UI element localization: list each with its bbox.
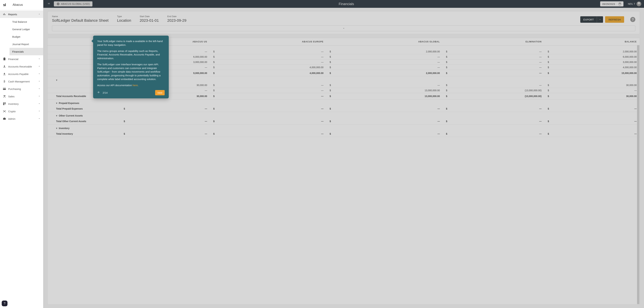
table-cell (326, 99, 443, 106)
entity-selector[interactable]: ABACUS GLOBAL (USD) (54, 1, 92, 6)
row-label: Total Inventory (48, 131, 121, 137)
tour-paragraph: Your SoftLedger menu is made a available… (97, 39, 165, 47)
table-cell: $— (443, 70, 544, 76)
entity-label: ABACUS GLOBAL (USD) (61, 2, 90, 5)
sidebar-item-accounts-receivable[interactable]: Accounts Receivable (0, 63, 43, 70)
sidebar-item-crypto[interactable]: Crypto (0, 108, 43, 115)
table-cell: $— (210, 49, 326, 54)
refresh-button[interactable]: REFRESH (605, 16, 624, 23)
table-cell (121, 125, 210, 131)
chevron-down-icon (38, 73, 40, 75)
row-label[interactable]: ▾Inventory (48, 125, 121, 131)
arrow-left-icon (97, 91, 100, 94)
tour-api-link[interactable]: here (132, 84, 138, 87)
table-cell (326, 76, 443, 83)
collapse-sidebar-button[interactable] (46, 2, 52, 6)
export-button[interactable]: EXPORT (580, 16, 603, 23)
sidebar-item-admin[interactable]: Admin (0, 115, 43, 123)
upload-icon (3, 72, 8, 76)
sidebar-item-label: Reports (8, 13, 38, 16)
tour-step-counter: 2/14 (103, 91, 108, 95)
table-cell: $30,000.00 (544, 83, 640, 88)
chevron-down-icon (38, 58, 40, 61)
table-cell (326, 45, 443, 49)
table-cell (210, 76, 326, 83)
sidebar-item-financials[interactable]: Financials (10, 48, 43, 55)
chevron-down-icon (38, 95, 40, 98)
chevron-down-icon (38, 110, 40, 113)
tour-paragraph: Access our API documentation here. (97, 83, 165, 87)
date-picker[interactable]: 09/29/2023 (600, 1, 624, 6)
scrollbar[interactable] (637, 45, 640, 304)
table-cell: $— (210, 118, 326, 125)
table-cell (326, 112, 443, 118)
sidebar-item-accounts-payable[interactable]: Accounts Payable (0, 70, 43, 78)
filter-expander[interactable] (52, 25, 635, 31)
table-cell: $— (326, 131, 443, 137)
tour-back-button[interactable] (97, 91, 100, 95)
table-cell (443, 99, 544, 106)
brand-logo: sl (3, 3, 6, 7)
sidebar-item-financial[interactable]: Financial (0, 55, 43, 63)
sidebar-item-reports[interactable]: Reports (0, 10, 43, 18)
dollar-icon (3, 80, 8, 83)
table-cell (544, 125, 640, 131)
tour-paragraph: The menu groups areas of capability such… (97, 49, 165, 60)
svg-point-2 (5, 110, 6, 111)
table-cell: $— (326, 54, 443, 60)
chevron-down-icon: ▾ (56, 127, 58, 130)
row-label: Total Prepaid Expenses (48, 106, 121, 112)
table-cell: $— (326, 83, 443, 88)
help-button[interactable]: ? (630, 17, 635, 22)
row-label: Total Other Current Assets (48, 118, 121, 125)
sidebar-item-budget[interactable]: Budget (10, 33, 43, 40)
table-cell: $4,000,000.00 (210, 70, 326, 76)
sidebar-item-journal-report[interactable]: Journal Report (10, 40, 43, 48)
export-dropdown-toggle[interactable] (597, 16, 603, 23)
row-label[interactable]: ▾Other Current Assets (48, 112, 121, 118)
table-cell: $— (544, 106, 640, 112)
sidebar-item-inventory[interactable]: Inventory (0, 100, 43, 108)
avatar (636, 1, 641, 6)
table-cell: $— (210, 106, 326, 112)
table-cell: $— (544, 118, 640, 125)
table-cell: $— (443, 106, 544, 112)
table-cell: $— (544, 88, 640, 93)
table-cell: $— (210, 131, 326, 137)
chevron-down-icon (38, 117, 40, 120)
svg-point-3 (3, 112, 4, 112)
col-abacus-europe: ABACUS EUROPE (210, 38, 326, 45)
report-name-field: Name SoftLedger Default Balance Sheet (52, 15, 108, 23)
chevron-down-icon (38, 88, 40, 90)
table-cell (443, 76, 544, 83)
help-bubble-button[interactable]: ? (2, 301, 8, 306)
sidebar-item-sales[interactable]: Sales (0, 93, 43, 100)
chevron-down-icon: ▾ (56, 102, 58, 105)
globe-icon (56, 2, 60, 5)
user-name: NEIL T (628, 2, 635, 5)
chevron-down-icon (38, 102, 40, 105)
main: ABACUS GLOBAL (USD) Financials 09/29/202… (43, 0, 644, 308)
table-cell: $13,000,000.00 (326, 88, 443, 93)
sidebar-item-general-ledger[interactable]: General Ledger (10, 25, 43, 33)
table-cell (443, 45, 544, 49)
table-cell (443, 125, 544, 131)
table-cell: $— (443, 83, 544, 88)
calendar-icon (618, 2, 622, 5)
table-cell: $4,000,000.00 (210, 65, 326, 70)
sidebar-item-purchasing[interactable]: Purchasing (0, 85, 43, 93)
table-cell: $— (443, 65, 544, 70)
table-cell: $— (326, 60, 443, 65)
briefcase-icon (3, 117, 8, 120)
table-cell (326, 125, 443, 131)
table-cell: $— (443, 49, 544, 54)
row-label[interactable]: ▾Prepaid Expenses (48, 99, 121, 106)
sidebar-item-trial-balance[interactable]: Trial Balance (10, 18, 43, 25)
tour-next-button[interactable]: next (155, 90, 165, 95)
user-menu[interactable]: NEIL T (628, 1, 641, 6)
tour-popover: Your SoftLedger menu is made a available… (93, 36, 169, 98)
chevron-down-icon (38, 65, 40, 68)
report-header-card: Name SoftLedger Default Balance Sheet Ty… (48, 11, 640, 34)
table-cell: $3,000,000.00 (544, 60, 640, 65)
sidebar-item-cash-management[interactable]: Cash Management (0, 78, 43, 85)
